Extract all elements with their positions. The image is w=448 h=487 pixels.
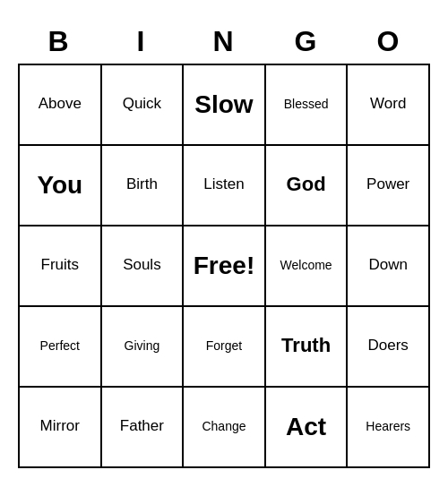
bingo-cell: Change — [184, 388, 266, 468]
bingo-card: BINGO AboveQuickSlowBlessedWordYouBirthL… — [18, 20, 430, 468]
bingo-cell: Act — [266, 388, 349, 468]
header-letter: I — [100, 20, 183, 64]
bingo-cell: Birth — [102, 146, 185, 226]
header-letter: O — [348, 20, 430, 64]
bingo-cell: Truth — [266, 307, 349, 388]
bingo-cell: Welcome — [266, 226, 349, 307]
bingo-cell: Listen — [184, 146, 266, 226]
bingo-cell: Perfect — [20, 307, 102, 388]
bingo-cell: Mirror — [20, 388, 102, 468]
bingo-cell: Doers — [348, 307, 430, 388]
bingo-cell: Down — [348, 226, 430, 307]
bingo-cell: Father — [102, 388, 185, 468]
bingo-cell: God — [266, 146, 349, 226]
bingo-cell: Power — [348, 146, 430, 226]
bingo-cell: Hearers — [348, 388, 430, 468]
bingo-cell: Blessed — [266, 65, 349, 146]
bingo-cell: Free! — [184, 226, 266, 307]
bingo-cell: Quick — [102, 65, 185, 146]
bingo-cell: Souls — [102, 226, 185, 307]
bingo-cell: Giving — [102, 307, 185, 388]
bingo-header: BINGO — [18, 20, 430, 64]
bingo-cell: Forget — [184, 307, 266, 388]
bingo-cell: You — [20, 146, 102, 226]
header-letter: B — [18, 20, 100, 64]
bingo-cell: Word — [348, 65, 430, 146]
header-letter: N — [183, 20, 265, 64]
bingo-cell: Fruits — [20, 226, 102, 307]
bingo-cell: Above — [20, 65, 102, 146]
header-letter: G — [265, 20, 348, 64]
bingo-grid: AboveQuickSlowBlessedWordYouBirthListenG… — [18, 64, 430, 468]
bingo-cell: Slow — [184, 65, 266, 146]
